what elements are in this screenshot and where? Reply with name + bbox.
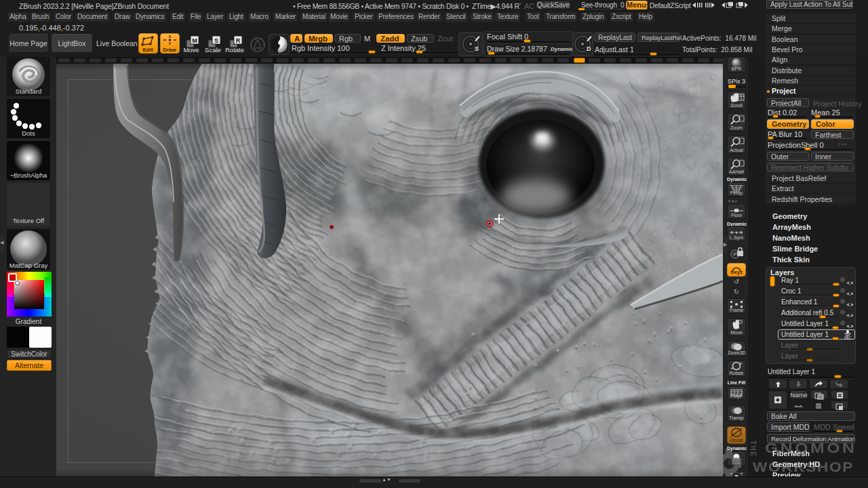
svg-text:P: P [733, 251, 736, 258]
svg-text:Edit: Edit [142, 47, 153, 53]
svg-text:~BrushAlpha: ~BrushAlpha [10, 171, 47, 179]
svg-text:D: D [587, 45, 591, 52]
svg-text:Standard: Standard [16, 87, 42, 95]
svg-text:R: R [236, 37, 241, 44]
svg-text:M: M [192, 37, 197, 44]
svg-text:MatCap Gray: MatCap Gray [9, 262, 48, 269]
svg-text:Draw: Draw [163, 47, 176, 53]
svg-text:REC: REC [844, 336, 851, 339]
svg-text:S: S [214, 37, 218, 44]
svg-text:S: S [475, 45, 479, 52]
svg-text:Dots: Dots [22, 129, 35, 137]
